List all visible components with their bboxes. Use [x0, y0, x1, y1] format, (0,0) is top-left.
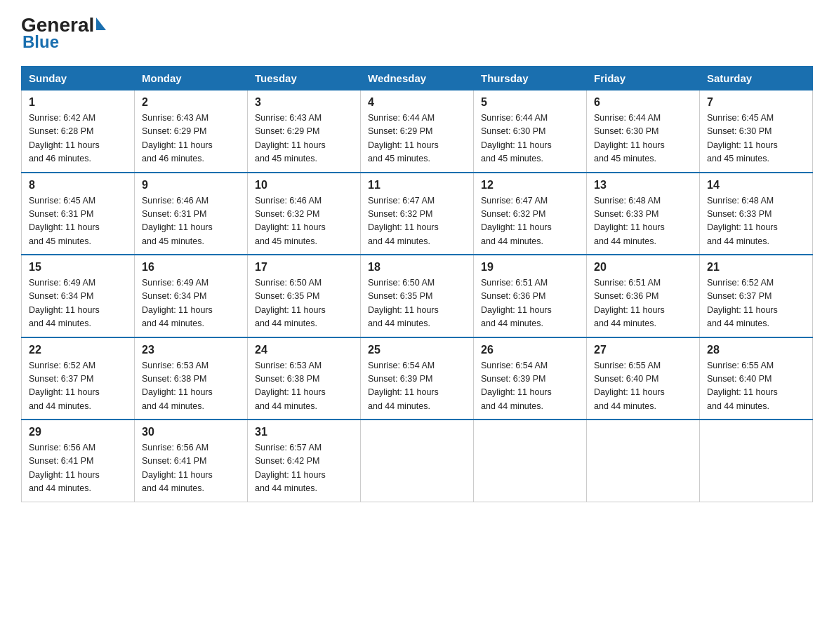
day-number: 9	[142, 179, 240, 192]
day-number: 25	[368, 344, 466, 356]
day-number: 30	[142, 426, 240, 438]
calendar-day-cell: 11 Sunrise: 6:47 AMSunset: 6:32 PMDaylig…	[361, 173, 474, 255]
day-info: Sunrise: 6:54 AMSunset: 6:39 PMDaylight:…	[368, 361, 439, 411]
day-info: Sunrise: 6:50 AMSunset: 6:35 PMDaylight:…	[368, 278, 439, 328]
day-number: 13	[594, 179, 692, 192]
calendar-week-row: 8 Sunrise: 6:45 AMSunset: 6:31 PMDayligh…	[22, 173, 813, 255]
day-info: Sunrise: 6:44 AMSunset: 6:30 PMDaylight:…	[594, 113, 665, 163]
logo-arrow-icon	[96, 18, 106, 30]
day-info: Sunrise: 6:42 AMSunset: 6:28 PMDaylight:…	[29, 113, 100, 163]
calendar-day-cell: 13 Sunrise: 6:48 AMSunset: 6:33 PMDaylig…	[587, 173, 700, 255]
day-number: 3	[255, 96, 353, 109]
day-number: 17	[255, 261, 353, 274]
day-info: Sunrise: 6:43 AMSunset: 6:29 PMDaylight:…	[142, 113, 213, 163]
calendar-day-cell: 14 Sunrise: 6:48 AMSunset: 6:33 PMDaylig…	[700, 173, 813, 255]
day-number: 31	[255, 426, 353, 438]
day-info: Sunrise: 6:44 AMSunset: 6:30 PMDaylight:…	[481, 113, 552, 163]
day-number: 6	[594, 96, 692, 109]
day-number: 1	[29, 96, 127, 109]
calendar-day-cell: 18 Sunrise: 6:50 AMSunset: 6:35 PMDaylig…	[361, 255, 474, 337]
day-info: Sunrise: 6:53 AMSunset: 6:38 PMDaylight:…	[255, 361, 326, 411]
day-info: Sunrise: 6:46 AMSunset: 6:31 PMDaylight:…	[142, 196, 213, 246]
day-number: 26	[481, 344, 579, 356]
calendar-day-cell: 12 Sunrise: 6:47 AMSunset: 6:32 PMDaylig…	[474, 173, 587, 255]
day-number: 20	[594, 261, 692, 274]
day-info: Sunrise: 6:45 AMSunset: 6:31 PMDaylight:…	[29, 196, 100, 246]
calendar-day-cell: 29 Sunrise: 6:56 AMSunset: 6:41 PMDaylig…	[22, 420, 135, 502]
day-number: 15	[29, 261, 127, 274]
day-number: 14	[707, 179, 805, 192]
day-info: Sunrise: 6:50 AMSunset: 6:35 PMDaylight:…	[255, 278, 326, 328]
calendar-day-cell: 6 Sunrise: 6:44 AMSunset: 6:30 PMDayligh…	[587, 90, 700, 173]
day-info: Sunrise: 6:55 AMSunset: 6:40 PMDaylight:…	[594, 361, 665, 411]
day-info: Sunrise: 6:51 AMSunset: 6:36 PMDaylight:…	[481, 278, 552, 328]
calendar-day-cell: 23 Sunrise: 6:53 AMSunset: 6:38 PMDaylig…	[135, 337, 248, 420]
calendar-day-cell: 9 Sunrise: 6:46 AMSunset: 6:31 PMDayligh…	[135, 173, 248, 255]
col-tuesday: Tuesday	[248, 67, 361, 90]
day-info: Sunrise: 6:53 AMSunset: 6:38 PMDaylight:…	[142, 361, 213, 411]
calendar-day-cell: 5 Sunrise: 6:44 AMSunset: 6:30 PMDayligh…	[474, 90, 587, 173]
day-number: 19	[481, 261, 579, 274]
day-info: Sunrise: 6:56 AMSunset: 6:41 PMDaylight:…	[142, 443, 213, 493]
day-info: Sunrise: 6:52 AMSunset: 6:37 PMDaylight:…	[707, 278, 778, 328]
day-number: 4	[368, 96, 466, 109]
day-number: 7	[707, 96, 805, 109]
calendar-day-cell: 15 Sunrise: 6:49 AMSunset: 6:34 PMDaylig…	[22, 255, 135, 337]
day-number: 29	[29, 426, 127, 438]
calendar-day-cell: 1 Sunrise: 6:42 AMSunset: 6:28 PMDayligh…	[22, 90, 135, 173]
col-monday: Monday	[135, 67, 248, 90]
day-info: Sunrise: 6:45 AMSunset: 6:30 PMDaylight:…	[707, 113, 778, 163]
calendar-day-cell: 3 Sunrise: 6:43 AMSunset: 6:29 PMDayligh…	[248, 90, 361, 173]
day-number: 8	[29, 179, 127, 192]
calendar-day-cell	[587, 420, 700, 502]
calendar-day-cell: 28 Sunrise: 6:55 AMSunset: 6:40 PMDaylig…	[700, 337, 813, 420]
col-wednesday: Wednesday	[361, 67, 474, 90]
calendar-week-row: 15 Sunrise: 6:49 AMSunset: 6:34 PMDaylig…	[22, 255, 813, 337]
page-header: General Blue	[21, 14, 813, 52]
calendar-day-cell: 21 Sunrise: 6:52 AMSunset: 6:37 PMDaylig…	[700, 255, 813, 337]
day-info: Sunrise: 6:49 AMSunset: 6:34 PMDaylight:…	[142, 278, 213, 328]
day-info: Sunrise: 6:51 AMSunset: 6:36 PMDaylight:…	[594, 278, 665, 328]
day-info: Sunrise: 6:54 AMSunset: 6:39 PMDaylight:…	[481, 361, 552, 411]
day-info: Sunrise: 6:56 AMSunset: 6:41 PMDaylight:…	[29, 443, 100, 493]
calendar-day-cell: 31 Sunrise: 6:57 AMSunset: 6:42 PMDaylig…	[248, 420, 361, 502]
calendar-day-cell: 2 Sunrise: 6:43 AMSunset: 6:29 PMDayligh…	[135, 90, 248, 173]
day-info: Sunrise: 6:44 AMSunset: 6:29 PMDaylight:…	[368, 113, 439, 163]
calendar-day-cell: 19 Sunrise: 6:51 AMSunset: 6:36 PMDaylig…	[474, 255, 587, 337]
day-info: Sunrise: 6:47 AMSunset: 6:32 PMDaylight:…	[481, 196, 552, 246]
day-info: Sunrise: 6:48 AMSunset: 6:33 PMDaylight:…	[594, 196, 665, 246]
calendar-day-cell: 4 Sunrise: 6:44 AMSunset: 6:29 PMDayligh…	[361, 90, 474, 173]
day-number: 21	[707, 261, 805, 274]
logo-blue-text: Blue	[22, 32, 106, 52]
calendar-day-cell: 16 Sunrise: 6:49 AMSunset: 6:34 PMDaylig…	[135, 255, 248, 337]
day-number: 16	[142, 261, 240, 274]
day-info: Sunrise: 6:52 AMSunset: 6:37 PMDaylight:…	[29, 361, 100, 411]
calendar-week-row: 22 Sunrise: 6:52 AMSunset: 6:37 PMDaylig…	[22, 337, 813, 420]
calendar-day-cell: 25 Sunrise: 6:54 AMSunset: 6:39 PMDaylig…	[361, 337, 474, 420]
day-info: Sunrise: 6:47 AMSunset: 6:32 PMDaylight:…	[368, 196, 439, 246]
calendar-day-cell: 26 Sunrise: 6:54 AMSunset: 6:39 PMDaylig…	[474, 337, 587, 420]
day-info: Sunrise: 6:49 AMSunset: 6:34 PMDaylight:…	[29, 278, 100, 328]
day-number: 27	[594, 344, 692, 356]
day-number: 28	[707, 344, 805, 356]
col-friday: Friday	[587, 67, 700, 90]
day-number: 10	[255, 179, 353, 192]
calendar-day-cell: 24 Sunrise: 6:53 AMSunset: 6:38 PMDaylig…	[248, 337, 361, 420]
day-number: 2	[142, 96, 240, 109]
col-saturday: Saturday	[700, 67, 813, 90]
logo: General Blue	[21, 14, 106, 52]
day-info: Sunrise: 6:55 AMSunset: 6:40 PMDaylight:…	[707, 361, 778, 411]
calendar-day-cell: 10 Sunrise: 6:46 AMSunset: 6:32 PMDaylig…	[248, 173, 361, 255]
col-thursday: Thursday	[474, 67, 587, 90]
calendar-table: Sunday Monday Tuesday Wednesday Thursday…	[21, 66, 813, 502]
calendar-day-cell	[700, 420, 813, 502]
calendar-day-cell: 7 Sunrise: 6:45 AMSunset: 6:30 PMDayligh…	[700, 90, 813, 173]
calendar-day-cell: 17 Sunrise: 6:50 AMSunset: 6:35 PMDaylig…	[248, 255, 361, 337]
calendar-week-row: 1 Sunrise: 6:42 AMSunset: 6:28 PMDayligh…	[22, 90, 813, 173]
day-number: 12	[481, 179, 579, 192]
day-info: Sunrise: 6:48 AMSunset: 6:33 PMDaylight:…	[707, 196, 778, 246]
calendar-day-cell: 8 Sunrise: 6:45 AMSunset: 6:31 PMDayligh…	[22, 173, 135, 255]
col-sunday: Sunday	[22, 67, 135, 90]
day-info: Sunrise: 6:46 AMSunset: 6:32 PMDaylight:…	[255, 196, 326, 246]
day-number: 24	[255, 344, 353, 356]
